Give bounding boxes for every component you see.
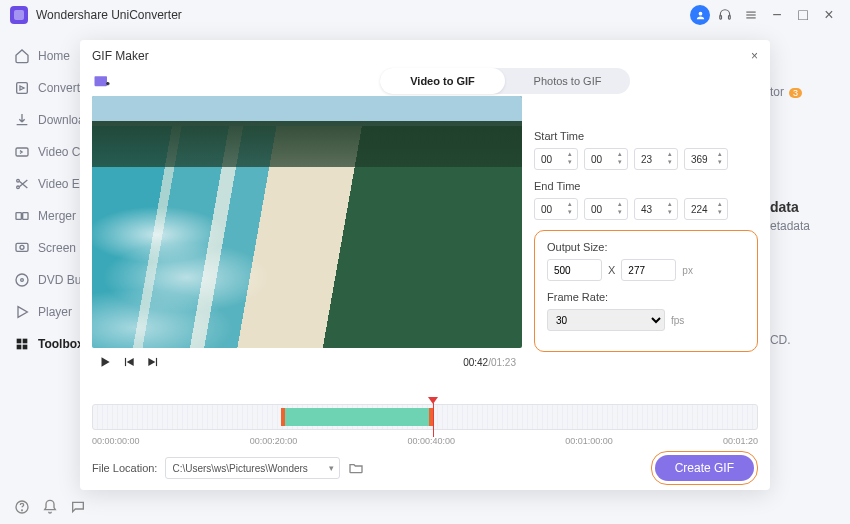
sidebar: Home Converter Downloader Video Compress…	[0, 30, 85, 489]
sidebar-item-compressor[interactable]: Video Compressor	[0, 136, 85, 168]
bell-icon[interactable]	[42, 499, 58, 515]
app-title: Wondershare UniConverter	[36, 8, 182, 22]
user-avatar-icon[interactable]	[690, 5, 710, 25]
sidebar-item-label: Converter	[38, 81, 85, 95]
sidebar-item-dvd[interactable]: DVD Burner	[0, 264, 85, 296]
px-unit: px	[682, 265, 693, 276]
window-close-button[interactable]: ×	[818, 4, 840, 26]
sidebar-item-merger[interactable]: Merger	[0, 200, 85, 232]
svg-point-9	[17, 186, 20, 189]
maximize-button[interactable]: □	[792, 4, 814, 26]
sidebar-item-player[interactable]: Player	[0, 296, 85, 328]
download-icon	[14, 112, 30, 128]
ruler-tick: 00:01:00:00	[565, 436, 613, 446]
settings-panel: Start Time ▴▾ ▴▾ ▴▾ ▴▾ End Time ▴▾ ▴▾ ▴▾…	[534, 96, 758, 398]
timeline-track[interactable]	[92, 404, 758, 430]
sidebar-item-label: DVD Burner	[38, 273, 85, 287]
svg-point-14	[16, 274, 28, 286]
support-icon[interactable]	[714, 4, 736, 26]
svg-rect-18	[23, 339, 28, 344]
timeline-playhead[interactable]	[433, 397, 438, 437]
svg-rect-25	[125, 358, 126, 366]
svg-rect-2	[729, 16, 731, 19]
play-icon[interactable]	[98, 355, 112, 369]
create-gif-button[interactable]: Create GIF	[655, 455, 754, 481]
player-time: 00:42/01:23	[463, 357, 516, 368]
timeline-area: 00:00:00:00 00:00:20:00 00:00:40:00 00:0…	[80, 398, 770, 446]
svg-rect-19	[17, 345, 22, 350]
svg-marker-24	[102, 357, 110, 366]
stepper-arrows[interactable]: ▴▾	[568, 150, 575, 165]
stepper-arrows[interactable]: ▴▾	[618, 150, 625, 165]
toolbox-icon	[14, 336, 30, 352]
svg-rect-23	[95, 76, 108, 86]
svg-rect-17	[17, 339, 22, 344]
prev-frame-icon[interactable]	[122, 355, 136, 369]
svg-rect-10	[16, 213, 21, 220]
feedback-icon[interactable]	[70, 499, 86, 515]
ruler-tick: 00:00:40:00	[407, 436, 455, 446]
sidebar-item-label: Toolbox	[38, 337, 84, 351]
sidebar-item-downloader[interactable]: Downloader	[0, 104, 85, 136]
stepper-arrows[interactable]: ▴▾	[618, 200, 625, 215]
home-icon	[14, 48, 30, 64]
end-time-label: End Time	[534, 180, 758, 192]
svg-rect-11	[23, 213, 28, 220]
badge: 3	[789, 88, 802, 98]
sidebar-item-toolbox[interactable]: Toolbox	[0, 328, 85, 360]
sidebar-item-converter[interactable]: Converter	[0, 72, 85, 104]
help-icon[interactable]	[14, 499, 30, 515]
dialog-footer: File Location: C:\Users\ws\Pictures\Wond…	[80, 446, 770, 490]
timeline-selection[interactable]	[281, 408, 433, 426]
converter-icon	[14, 80, 30, 96]
create-highlight: Create GIF	[651, 451, 758, 485]
stepper-arrows[interactable]: ▴▾	[568, 200, 575, 215]
fps-unit: fps	[671, 315, 684, 326]
svg-rect-20	[23, 345, 28, 350]
menu-icon[interactable]	[740, 4, 762, 26]
stepper-arrows[interactable]: ▴▾	[668, 200, 675, 215]
sidebar-item-label: Merger	[38, 209, 76, 223]
add-media-icon[interactable]	[92, 72, 112, 92]
video-preview[interactable]	[92, 96, 522, 348]
output-size-label: Output Size:	[547, 241, 745, 253]
svg-marker-26	[127, 358, 134, 366]
svg-point-13	[20, 245, 24, 249]
scissors-icon	[14, 176, 30, 192]
dialog-title: GIF Maker	[92, 49, 149, 63]
file-location-dropdown[interactable]: C:\Users\ws\Pictures\Wonders	[165, 457, 340, 479]
stepper-arrows[interactable]: ▴▾	[718, 200, 725, 215]
svg-marker-27	[148, 358, 155, 366]
timeline-ruler: 00:00:00:00 00:00:20:00 00:00:40:00 00:0…	[92, 436, 758, 446]
stepper-arrows[interactable]: ▴▾	[668, 150, 675, 165]
background-hints: tor3 data etadata CD.	[770, 85, 810, 347]
sidebar-item-editor[interactable]: Video Editor	[0, 168, 85, 200]
sidebar-item-label: Downloader	[38, 113, 85, 127]
recorder-icon	[14, 240, 30, 256]
status-bar	[0, 489, 850, 524]
sidebar-item-label: Home	[38, 49, 70, 63]
player-icon	[14, 304, 30, 320]
minimize-button[interactable]: −	[766, 4, 788, 26]
gif-maker-dialog: GIF Maker × Video to GIF Photos to GIF 0…	[80, 40, 770, 490]
svg-rect-6	[17, 83, 28, 94]
output-width-input[interactable]	[547, 259, 602, 281]
sidebar-item-label: Player	[38, 305, 72, 319]
sidebar-item-home[interactable]: Home	[0, 40, 85, 72]
merger-icon	[14, 208, 30, 224]
output-height-input[interactable]	[621, 259, 676, 281]
titlebar: Wondershare UniConverter − □ ×	[0, 0, 850, 30]
svg-point-8	[17, 179, 20, 182]
sidebar-item-label: Screen Recorder	[38, 241, 85, 255]
browse-folder-icon[interactable]	[348, 460, 364, 476]
tab-video-to-gif[interactable]: Video to GIF	[380, 68, 505, 94]
svg-rect-12	[16, 243, 28, 251]
app-logo-icon	[10, 6, 28, 24]
next-frame-icon[interactable]	[146, 355, 160, 369]
tab-photos-to-gif[interactable]: Photos to GIF	[505, 68, 630, 94]
frame-rate-select[interactable]: 30	[547, 309, 665, 331]
svg-point-22	[22, 509, 23, 510]
sidebar-item-recorder[interactable]: Screen Recorder	[0, 232, 85, 264]
close-icon[interactable]: ×	[751, 49, 758, 63]
stepper-arrows[interactable]: ▴▾	[718, 150, 725, 165]
